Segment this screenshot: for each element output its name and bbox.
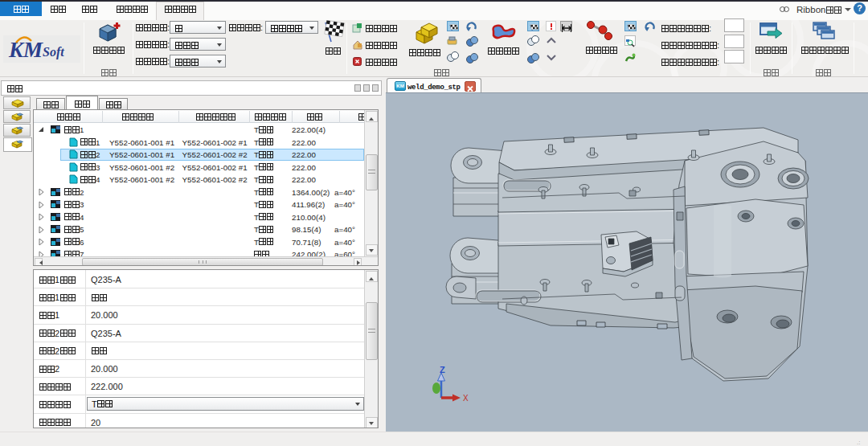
svg-text:Z: Z (440, 365, 445, 374)
svg-text:KM: KM (8, 38, 43, 62)
svg-text:X: X (463, 394, 469, 403)
svg-text:Soft: Soft (43, 45, 64, 59)
